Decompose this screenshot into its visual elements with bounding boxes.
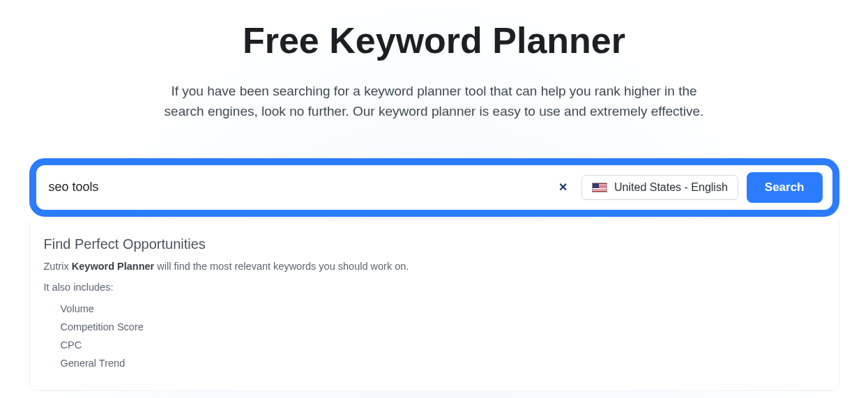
list-item: CPC bbox=[61, 336, 825, 354]
page-subtitle: If you have been searching for a keyword… bbox=[159, 81, 710, 122]
list-item: General Trend bbox=[61, 354, 825, 372]
clear-input-button[interactable]: ✕ bbox=[553, 178, 573, 197]
feature-list: Volume Competition Score CPC General Tre… bbox=[44, 300, 825, 372]
keyword-input[interactable] bbox=[46, 176, 545, 199]
search-button[interactable]: Search bbox=[747, 172, 823, 203]
locale-selector[interactable]: United States - English bbox=[581, 175, 738, 200]
info-heading: Find Perfect Opportunities bbox=[44, 236, 825, 252]
info-description: Zutrix Keyword Planner will find the mos… bbox=[44, 261, 825, 272]
us-flag-icon bbox=[592, 183, 607, 192]
list-item: Volume bbox=[61, 300, 825, 318]
page-title: Free Keyword Planner bbox=[0, 20, 868, 61]
info-subheading: It also includes: bbox=[44, 282, 825, 293]
info-desc-prefix: Zutrix bbox=[44, 261, 72, 272]
info-desc-suffix: will find the most relevant keywords you… bbox=[154, 261, 409, 272]
close-icon: ✕ bbox=[558, 181, 568, 193]
search-bar: ✕ United States - English Search bbox=[29, 158, 839, 217]
info-card: Find Perfect Opportunities Zutrix Keywor… bbox=[29, 221, 839, 391]
info-desc-bold: Keyword Planner bbox=[72, 261, 154, 272]
locale-label: United States - English bbox=[614, 181, 728, 194]
list-item: Competition Score bbox=[61, 318, 825, 336]
